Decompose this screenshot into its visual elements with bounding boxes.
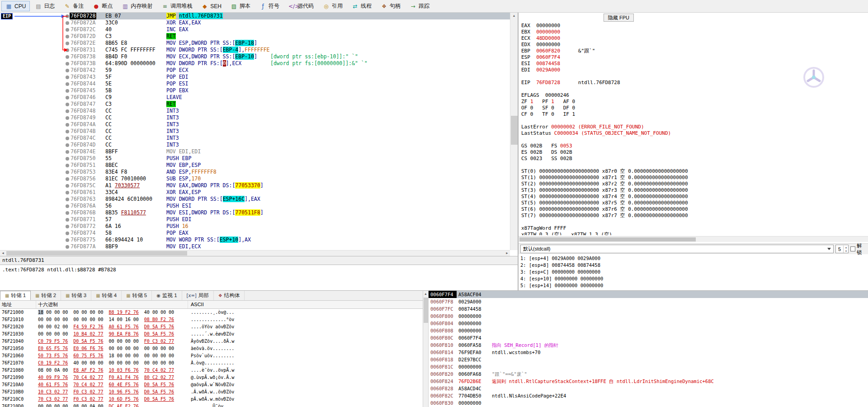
- toolbar-tab-cpu[interactable]: ▦CPU: [1, 1, 30, 11]
- disasm-row[interactable]: 76FD875681EC 70010000SUB ESP,170: [0, 175, 510, 182]
- stack-arg-row[interactable]: 1: [esp+4] 0029A000 0029A000: [519, 255, 868, 262]
- disasm-row[interactable]: 76FD87455BPOP EBX: [0, 87, 510, 94]
- dump-row[interactable]: 76F2106050 73 F5 76 60 75 F5 76 18 00 00…: [0, 352, 423, 360]
- disasm-vscrollbar[interactable]: ▲: [510, 13, 518, 250]
- disasm-row[interactable]: 76FD876B8B35 F8110577MOV ESI,DWORD PTR D…: [0, 209, 510, 216]
- bottom-tab-dump-5[interactable]: ▦转储 5: [122, 291, 152, 300]
- bottom-tab-watch-1[interactable]: ◉监视 1: [152, 291, 182, 300]
- dump-row[interactable]: 76F2100018 00 00 00 00 00 00 00 B8 19 F2…: [0, 309, 423, 316]
- register-line[interactable]: EAX 00000000: [521, 23, 865, 29]
- disasm-row[interactable]: 76FD8747C3RET: [0, 101, 510, 108]
- breakpoint-dot[interactable]: [66, 48, 69, 52]
- register-line[interactable]: [521, 137, 865, 143]
- disasm-row[interactable]: 76FD8728EB 07JMP ntdll.76FD8731: [0, 13, 510, 19]
- stack-row[interactable]: 0060F818D2E97BCC: [429, 356, 868, 363]
- arg-count-spinner[interactable]: 5 ▲ ▼: [835, 245, 849, 253]
- register-line[interactable]: LastStatus C0000034 (STATUS_OBJECT_NAME_…: [521, 130, 865, 137]
- register-line[interactable]: EBX 00000000: [521, 29, 865, 35]
- disasm-row[interactable]: 76FD874259POP ECX: [0, 67, 510, 74]
- stack-arg-row[interactable]: 3: [esp+C] 00000000 00000000: [519, 269, 868, 275]
- disasm-row[interactable]: 76FD87388B4D F0MOV ECX,DWORD PTR SS:[EBP…: [0, 53, 510, 60]
- disasm-row[interactable]: 76FD8749CCINT3: [0, 114, 510, 121]
- breakpoint-dot[interactable]: [66, 116, 69, 120]
- breakpoint-dot[interactable]: [66, 177, 69, 181]
- register-line[interactable]: [521, 118, 865, 124]
- breakpoint-dot[interactable]: [66, 198, 69, 201]
- scroll-right-icon[interactable]: ►: [504, 251, 510, 256]
- breakpoint-dot[interactable]: [66, 109, 69, 113]
- breakpoint-dot[interactable]: [66, 137, 69, 140]
- dump-row[interactable]: 76F2102000 00 02 00 F4 59 F2 76 A0 61 F5…: [0, 323, 423, 331]
- breakpoint-dot[interactable]: [66, 123, 69, 127]
- stack-arg-row[interactable]: 4: [esp+10] 00000000 00000000: [519, 275, 868, 282]
- stack-row[interactable]: 0060F80400000000: [429, 320, 868, 327]
- breakpoint-dot[interactable]: [66, 76, 69, 79]
- breakpoint-dot[interactable]: [66, 164, 69, 167]
- disasm-row[interactable]: 76FD877157PUSH EDI: [0, 216, 510, 223]
- disasm-row[interactable]: 76FD875055PUSH EBP: [0, 155, 510, 162]
- register-line[interactable]: ST(6) 00000000000000000000 x87r6 空 0.000…: [521, 206, 865, 213]
- breakpoint-dot[interactable]: [66, 62, 69, 66]
- toolbar-tab-call-stack[interactable]: ≡调用堆栈: [157, 1, 196, 11]
- disasm-row[interactable]: 76FD8748CCINT3: [0, 108, 510, 114]
- disasm-row[interactable]: 76FD872E8B65 E8MOV ESP,DWORD PTR SS:[EBP…: [0, 40, 510, 47]
- toolbar-tab-handles[interactable]: ❖句柄: [377, 1, 405, 11]
- unlock-checkbox[interactable]: 解锁: [850, 242, 867, 256]
- register-line[interactable]: ST(4) 00000000000000000000 x87r4 空 0.000…: [521, 194, 865, 200]
- breakpoint-dot[interactable]: [66, 103, 69, 106]
- disasm-row[interactable]: 76FD875CA1 70330577MOV EAX,DWORD PTR DS:…: [0, 182, 510, 189]
- toolbar-tab-trace[interactable]: →跟踪: [406, 1, 434, 11]
- stack-row[interactable]: 0060F8200060FA68"跟`"==&"废`": [429, 370, 868, 378]
- stack-arg-row[interactable]: 2: [esp+8] 00874458 00874458: [519, 262, 868, 269]
- register-line[interactable]: CS 0023 SS 002B: [521, 156, 865, 162]
- breakpoint-dot[interactable]: [66, 42, 69, 45]
- stack-row[interactable]: 0060F8100060FA58指向 SEH_Record[1] 的指针: [429, 341, 868, 349]
- toolbar-tab-notes[interactable]: ✎备注: [60, 1, 88, 11]
- breakpoint-dot[interactable]: [66, 14, 69, 18]
- stack-row[interactable]: 0060F82476FD2B6E返回到 ntdll.RtlCaptureStac…: [429, 378, 868, 385]
- breakpoint-dot[interactable]: [66, 35, 69, 38]
- breakpoint-dot[interactable]: [66, 69, 69, 72]
- disasm-row[interactable]: 76FD877458POP EAX: [0, 230, 510, 237]
- stack-row[interactable]: 0060F80800000000: [429, 327, 868, 334]
- disasm-row[interactable]: 76FD877A8BF9MOV EDI,ECX: [0, 243, 510, 250]
- breakpoint-dot[interactable]: [66, 238, 69, 242]
- dump-row[interactable]: 76F2101000 00 00 00 00 00 00 00 14 00 16…: [0, 316, 423, 323]
- dump-row[interactable]: 76F2103000 00 00 00 10 B4 02 77 90 EA F8…: [0, 331, 423, 338]
- register-line[interactable]: EDX 00000000: [521, 42, 865, 48]
- toolbar-tab-threads[interactable]: ⇄线程: [348, 1, 376, 11]
- register-line[interactable]: ES 002B DS 002B: [521, 149, 865, 156]
- disasm-row[interactable]: 76FD8746C9LEAVE: [0, 94, 510, 101]
- breakpoint-dot[interactable]: [66, 89, 69, 93]
- register-line[interactable]: GS 002B FS 0053: [521, 143, 865, 149]
- bottom-tab-dump-1[interactable]: ▦转储 1: [0, 291, 31, 300]
- toolbar-tab-seh[interactable]: ◆SEH: [197, 1, 226, 11]
- disasm-row[interactable]: 76FD87726A 16PUSH 16: [0, 223, 510, 230]
- register-line[interactable]: ESP 0060F7F4: [521, 54, 865, 61]
- dump-row[interactable]: 76F21050E0 65 F5 76 E0 06 F6 76 00 00 00…: [0, 345, 423, 352]
- breakpoint-dot[interactable]: [66, 143, 69, 147]
- dump-row[interactable]: 76F2108008 00 0A 00 E8 AF F2 76 10 03 F6…: [0, 367, 423, 374]
- disasm-row[interactable]: 76FD872DC3RET: [0, 33, 510, 40]
- breakpoint-dot[interactable]: [66, 96, 69, 99]
- registers-hscroll-thumb[interactable]: [519, 237, 696, 241]
- bottom-tab-struct[interactable]: ❖结构体: [214, 291, 245, 300]
- breakpoint-dot[interactable]: [66, 211, 69, 215]
- bottom-tab-locals[interactable]: [x=]局部: [182, 291, 214, 300]
- stack-row[interactable]: 0060F80C0060F7F4: [429, 334, 868, 341]
- breakpoint-dot[interactable]: [66, 204, 69, 208]
- register-line[interactable]: [521, 162, 865, 168]
- bottom-tab-dump-3[interactable]: ▦转储 3: [61, 291, 91, 300]
- register-line[interactable]: ST(3) 00000000000000000000 x87r3 空 0.000…: [521, 187, 865, 194]
- breakpoint-dot[interactable]: [66, 21, 69, 25]
- breakpoint-dot[interactable]: [66, 55, 69, 59]
- breakpoint-dot[interactable]: [66, 130, 69, 133]
- dump-row[interactable]: 76F210A040 61 F5 76 70 C4 02 77 60 4E F5…: [0, 381, 423, 388]
- disasm-row[interactable]: 76FD874DCCINT3: [0, 142, 510, 148]
- scroll-left-icon[interactable]: ◄: [0, 251, 6, 256]
- breakpoint-dot[interactable]: [66, 225, 69, 228]
- dump-row[interactable]: 76F210C070 C3 02 77 F0 C3 02 77 10 6D F5…: [0, 396, 423, 403]
- breakpoint-dot[interactable]: [66, 157, 69, 161]
- hide-fpu-button[interactable]: 隐藏 FPU: [604, 14, 634, 22]
- breakpoint-dot[interactable]: [66, 82, 69, 86]
